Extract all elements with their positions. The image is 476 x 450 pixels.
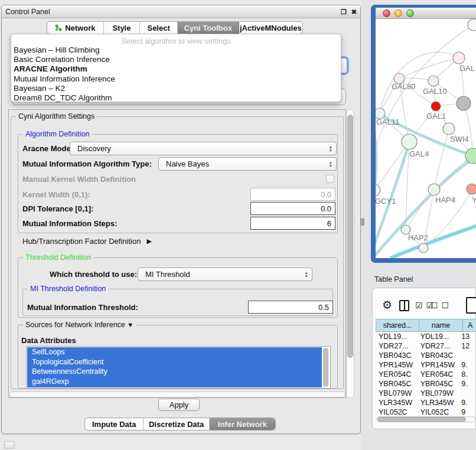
node-gal1[interactable] xyxy=(443,123,455,135)
control-panel-titlebar: Control Panel ❐ ✖ xyxy=(2,5,360,18)
sources-title[interactable]: Sources for Network Inference ▼ xyxy=(23,321,136,329)
node-label: GAL1 xyxy=(426,112,446,120)
node-label: HAP2 xyxy=(408,233,428,242)
close-window-icon[interactable] xyxy=(383,9,390,17)
tab-select[interactable]: Select xyxy=(140,22,178,34)
column-header-name[interactable]: name xyxy=(419,319,463,332)
hub-definition-expander[interactable]: Hub/Transcription Factor Definition ▶ xyxy=(22,236,152,246)
tab-style-label: Style xyxy=(112,24,131,32)
dropdown-item[interactable]: Bayesian – K2 xyxy=(11,84,341,93)
kernel-width-value: 0.0 xyxy=(321,190,331,199)
table-row[interactable]: YBR045CYBR045C9. xyxy=(376,379,476,389)
table-row[interactable]: YBR043CYBR043C xyxy=(376,351,476,360)
collapsed-arrow-icon: ▶ xyxy=(146,237,151,245)
mi-threshold-value: 0.5 xyxy=(318,303,329,312)
aracne-mode-combobox[interactable]: Discovery ▲▼ xyxy=(70,142,337,155)
tab-infer-network[interactable]: Infer Network xyxy=(210,418,275,430)
selected-attributes-block: SelfLoops TopologicalCoefficient Between… xyxy=(27,347,322,387)
table-row[interactable]: YIL052CYIL052C9 xyxy=(376,407,476,416)
manual-kernel-width-label: Manual Kernel Width Definition xyxy=(22,174,136,184)
dropdown-item[interactable]: Mutual Information Inference xyxy=(11,74,341,84)
tab-network[interactable]: Network xyxy=(47,22,104,34)
table-row[interactable]: YDL19...YDL19...13 xyxy=(376,332,476,341)
table-row[interactable]: YBL079WYBL079W xyxy=(376,389,476,398)
network-edge-thick xyxy=(376,122,376,190)
threshold-definition-title: Threshold Definition xyxy=(23,253,93,262)
network-edge xyxy=(399,58,459,79)
page-icon[interactable] xyxy=(466,297,476,314)
node-red-selected[interactable] xyxy=(431,102,441,111)
node-gal10[interactable] xyxy=(428,76,439,86)
table-row[interactable]: YPR145WYPR145W9. xyxy=(376,360,476,370)
column-header-partial[interactable]: A xyxy=(462,319,476,332)
list-scrollbar-thumb[interactable] xyxy=(323,348,328,387)
gear-icon[interactable]: ⚙ xyxy=(382,298,392,312)
network-window-titlebar[interactable] xyxy=(376,8,476,19)
collapsed-panel-button[interactable] xyxy=(4,441,14,449)
maximize-window-icon[interactable] xyxy=(406,9,414,17)
tab-cyni-toolbox[interactable]: Cyni Toolbox xyxy=(178,22,239,34)
unchecked-boxes-icon[interactable]: ☐ ☐ xyxy=(431,301,449,310)
float-panel-icon[interactable]: ❐ xyxy=(341,8,347,15)
mi-steps-value: 6 xyxy=(327,219,331,228)
settings-vscrollbar-thumb[interactable] xyxy=(347,115,353,358)
table-hscrollbar-thumb[interactable] xyxy=(377,417,466,422)
dropdown-item[interactable]: Bayesian – Hill Climbing xyxy=(11,45,341,55)
node-hap4[interactable] xyxy=(428,184,440,195)
node-gray[interactable] xyxy=(457,96,471,110)
tab-network-label: Network xyxy=(65,24,95,32)
mi-threshold-field[interactable]: 0.5 xyxy=(248,301,333,314)
table-row[interactable]: YDR27...YDR27...12 xyxy=(376,341,476,351)
kernel-width-field[interactable]: 0.0 xyxy=(250,188,335,201)
tab-jactivemnodules[interactable]: jActiveMNodules xyxy=(239,22,303,34)
node-salmon[interactable] xyxy=(467,184,476,194)
network-canvas[interactable]: GAL GAL80 GAL10 GAL1 GAL11 SWI4 GAL4 GCY… xyxy=(376,19,476,258)
split-pane-handle[interactable] xyxy=(360,219,364,226)
node-label: GAL80 xyxy=(392,82,415,91)
tab-select-label: Select xyxy=(147,24,169,32)
tab-impute-data[interactable]: Impute Data xyxy=(85,418,144,430)
node-label: Y xyxy=(472,195,476,204)
dropdown-item[interactable]: Dream8 DC_TDC Algorithm xyxy=(11,93,341,103)
settings-hscrollbar[interactable] xyxy=(9,392,345,397)
tab-style[interactable]: Style xyxy=(104,22,141,34)
node-gal4[interactable] xyxy=(402,134,417,149)
which-threshold-combobox[interactable]: MI Threshold ▲▼ xyxy=(138,268,312,281)
mi-steps-field[interactable]: 6 xyxy=(250,217,335,230)
network-icon xyxy=(55,24,62,31)
node-partial-bottom[interactable] xyxy=(419,243,428,253)
list-scrollbar[interactable] xyxy=(322,347,329,387)
dropdown-item-selected[interactable]: ARACNE Algorithm xyxy=(11,64,341,74)
table-panel-title: Table Panel xyxy=(374,275,413,283)
close-panel-icon[interactable]: ✖ xyxy=(351,8,357,15)
list-item[interactable]: SelfLoops xyxy=(27,347,322,357)
apply-button[interactable]: Apply xyxy=(158,399,200,411)
columns-icon[interactable] xyxy=(399,300,409,311)
kernel-width-label: Kernel Width (0,1): xyxy=(22,188,90,201)
node-gal[interactable] xyxy=(453,52,465,64)
dropdown-item[interactable]: Basic Correlation Inference xyxy=(11,55,341,64)
aracne-mode-value: Discovery xyxy=(77,144,111,153)
list-item[interactable]: gal4RGexp xyxy=(27,377,322,387)
list-item[interactable]: TopologicalCoefficient xyxy=(27,357,322,367)
node-gcy1[interactable] xyxy=(376,184,380,196)
tab-discretize-data[interactable]: Discretize Data xyxy=(144,418,209,430)
combo-stepper-icon: ▲▼ xyxy=(329,161,332,167)
table-row[interactable]: YER054CYER054C8. xyxy=(376,370,476,379)
list-item[interactable]: BetweennessCentrality xyxy=(27,367,322,377)
aracne-mode-label: Aracne Mode: xyxy=(22,142,73,155)
dpi-tolerance-field[interactable]: 0.0 xyxy=(250,202,335,215)
minimize-window-icon[interactable] xyxy=(395,9,402,17)
tab-discretize-data-label: Discretize Data xyxy=(149,420,204,429)
node-label: GCY1 xyxy=(376,197,396,206)
table-row[interactable]: YLR345WYLR345W9. xyxy=(376,398,476,407)
mi-algorithm-type-combobox[interactable]: Naive Bayes ▲▼ xyxy=(158,157,337,171)
mi-threshold-definition-title: MI Threshold Definition xyxy=(28,285,108,293)
column-header-shared[interactable]: shared... xyxy=(376,319,419,332)
tab-infer-network-label: Infer Network xyxy=(218,420,267,429)
manual-kernel-width-checkbox[interactable] xyxy=(326,175,334,183)
which-threshold-label: Which threshold to use: xyxy=(50,268,137,281)
tab-impute-data-label: Impute Data xyxy=(92,420,136,429)
data-attributes-list[interactable]: SelfLoops TopologicalCoefficient Between… xyxy=(26,346,331,389)
node-partial-top[interactable] xyxy=(468,19,476,31)
